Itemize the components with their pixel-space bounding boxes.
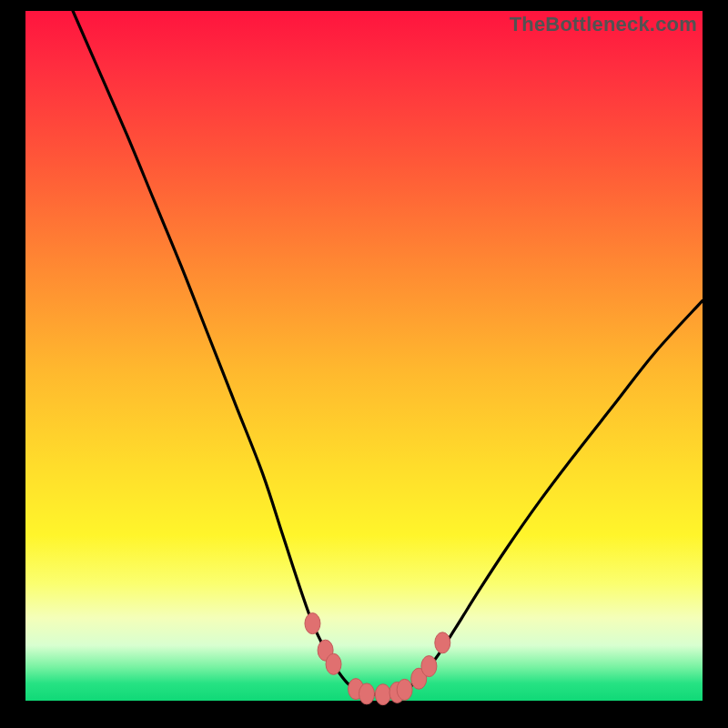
chart-plot-area bbox=[25, 11, 703, 701]
markers-group bbox=[305, 613, 450, 705]
curve-layer bbox=[25, 11, 703, 701]
curve-marker bbox=[421, 656, 437, 677]
curve-marker bbox=[435, 632, 450, 653]
curve-marker bbox=[359, 683, 374, 704]
curve-marker bbox=[326, 653, 341, 674]
curve-marker bbox=[397, 679, 412, 700]
right-curve-path bbox=[405, 300, 703, 690]
curve-marker bbox=[305, 613, 320, 634]
curve-marker bbox=[375, 684, 390, 705]
left-curve-path bbox=[73, 11, 357, 691]
watermark-text: TheBottleneck.com bbox=[510, 13, 697, 36]
